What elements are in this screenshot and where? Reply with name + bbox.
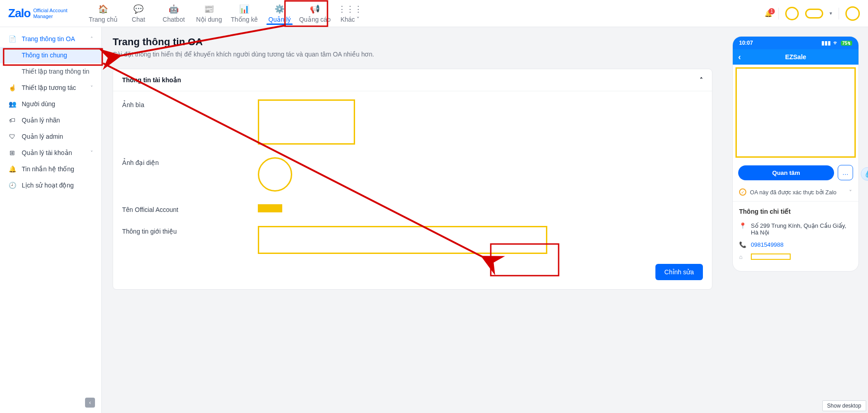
gear-icon: ⚙️ [275,4,285,14]
logo-subtitle: Official AccountManager [33,8,67,19]
sidebar-item-labels[interactable]: 🏷 Quản lý nhãn [0,112,101,128]
detail-phone[interactable]: 📞 0981549988 [739,239,852,251]
nav-label: Khác ˅ [341,16,360,23]
follow-button[interactable]: Quan tâm [738,165,834,180]
sidebar: 📄 Trang thông tin OA ˄ Thông tin chung T… [0,27,102,413]
oa-name-value [258,204,282,212]
layout: 📄 Trang thông tin OA ˄ Thông tin chung T… [0,27,868,413]
topnav: 🏠 Trang chủ 💬 Chat 🤖 Chatbot 📰 Nội dung … [85,0,368,27]
detail-block: Thông tin chi tiết 📍 Số 299 Trung Kính, … [733,202,859,271]
preview-cover-image [735,67,856,158]
sidebar-item-users[interactable]: 👥 Người dùng [0,96,101,112]
wifi-icon: ᯤ [833,40,839,46]
field-label-desc: Thông tin giới thiệu [122,226,258,235]
nav-home[interactable]: 🏠 Trang chủ [85,0,121,27]
signal-icon: ▮▮▮ [821,40,831,46]
topbar-right: 🔔 1 ▾ [764,6,860,21]
sidebar-item-label: Quản lý nhãn [22,117,60,124]
sidebar-item-label: Quản lý tài khoản [22,149,72,156]
account-avatar-small[interactable] [785,7,799,20]
assistant-bubble[interactable]: 💧 [861,167,868,181]
sidebar-item-interaction[interactable]: ☝ Thiết lập tương tác ˅ [0,80,101,96]
phone-title-bar: ‹ EZSale [733,49,859,65]
sidebar-item-accounts[interactable]: ⊞ Quản lý tài khoản ˅ [0,145,101,161]
account-name-pill[interactable] [805,9,823,19]
phone-text: 0981549988 [751,241,783,248]
nav-label: Chat [132,16,145,23]
field-label-avatar: Ảnh đại diện [122,157,258,166]
nav-content[interactable]: 📰 Nội dung [191,0,227,27]
chevron-up-icon: ˄ [700,76,703,84]
description-value [258,226,547,254]
sidebar-item-label: Tin nhắn hệ thống [22,165,74,173]
sidebar-sub-page-settings[interactable]: Thiết lập trang thông tin [0,63,101,80]
document-icon: 📄 [8,35,16,42]
show-desktop-button[interactable]: Show desktop [822,400,866,411]
sidebar-item-label: Người dùng [22,100,55,108]
sidebar-item-admin[interactable]: 🛡 Quản lý admin [0,128,101,145]
nav-stats[interactable]: 📊 Thống kê [227,0,262,27]
pin-icon: 📍 [739,222,746,236]
nav-chatbot[interactable]: 🤖 Chatbot [156,0,191,27]
cover-image[interactable] [258,99,355,145]
notifications-button[interactable]: 🔔 1 [764,10,772,17]
grid-icon: ⊞ [8,149,16,156]
phone-preview: 10:07 ▮▮▮ ᯤ 75↯ ‹ EZSale Quan tâm … ✓ [732,36,859,272]
back-icon[interactable]: ‹ [738,52,741,62]
user-avatar[interactable] [845,6,860,21]
robot-icon: 🤖 [169,4,179,14]
nav-label: Quản lý [268,16,290,23]
avatar-image[interactable] [258,157,292,192]
grid-icon: ⋮⋮⋮ [338,4,362,14]
sidebar-item-system-messages[interactable]: 🔔 Tin nhắn hệ thống [0,161,101,177]
users-icon: 👥 [8,100,16,108]
detail-website[interactable]: ⌂ [739,251,852,263]
detail-address: 📍 Số 299 Trung Kính, Quận Cầu Giấy, Hà N… [739,220,852,239]
website-value [751,253,791,260]
phone-icon: 📞 [739,241,746,248]
shield-icon: 🛡 [8,133,16,140]
battery-level: 75↯ [841,41,852,46]
bell-icon: 🔔 [8,165,16,173]
nav-label: Thống kê [231,16,258,23]
status-time: 10:07 [739,40,753,46]
nav-ads[interactable]: 📢 Quảng cáo [297,0,332,27]
chat-icon: 💬 [133,4,143,14]
notification-count: 1 [768,8,775,14]
news-icon: 📰 [204,4,214,14]
edit-button[interactable]: Chỉnh sửa [655,264,703,280]
sidebar-sub-general-info[interactable]: Thông tin chung [0,47,101,63]
divider [778,8,779,19]
main: Trang thông tin OA Cài đặt thông tin hiể… [102,27,723,413]
sidebar-item-activity-log[interactable]: 🕘 Lịch sử hoạt động [0,177,101,193]
verified-text: OA này đã được xác thực bởi Zalo [750,189,836,196]
nav-more[interactable]: ⋮⋮⋮ Khác ˅ [332,0,368,27]
more-button[interactable]: … [838,165,853,180]
account-info-card: Thông tin tài khoản ˄ Ảnh bìa Ảnh đại di… [113,69,712,290]
preview-column: 10:07 ▮▮▮ ᯤ 75↯ ‹ EZSale Quan tâm … ✓ [723,27,868,413]
detail-title: Thông tin chi tiết [739,208,852,215]
megaphone-icon: 📢 [310,4,320,14]
verified-row[interactable]: ✓ OA này đã được xác thực bởi Zalo ˅ [733,185,859,202]
nav-manage[interactable]: ⚙️ Quản lý [262,0,297,27]
nav-label: Trang chủ [89,16,118,23]
chart-icon: 📊 [239,4,249,14]
address-text: Số 299 Trung Kính, Quận Cầu Giấy, Hà Nội [751,222,852,236]
collapse-sidebar-button[interactable]: ‹ [85,398,95,408]
logo[interactable]: Zalo Official AccountManager [8,6,67,20]
nav-chat[interactable]: 💬 Chat [121,0,156,27]
home-icon: 🏠 [98,4,108,14]
card-header[interactable]: Thông tin tài khoản ˄ [113,69,712,91]
ellipsis-icon: … [842,169,849,176]
chevron-down-icon: ˅ [90,85,93,91]
chevron-down-icon: ▾ [830,10,832,16]
sidebar-item-oa-page[interactable]: 📄 Trang thông tin OA ˄ [0,31,101,47]
history-icon: 🕘 [8,182,16,189]
chevron-down-icon: ˅ [90,150,93,156]
divider [839,8,839,19]
logo-brand: Zalo [8,6,30,20]
card-title: Thông tin tài khoản [122,76,181,84]
nav-label: Nội dung [196,16,222,23]
sidebar-item-label: Lịch sử hoạt động [22,182,74,189]
field-label-name: Tên Official Account [122,204,258,213]
